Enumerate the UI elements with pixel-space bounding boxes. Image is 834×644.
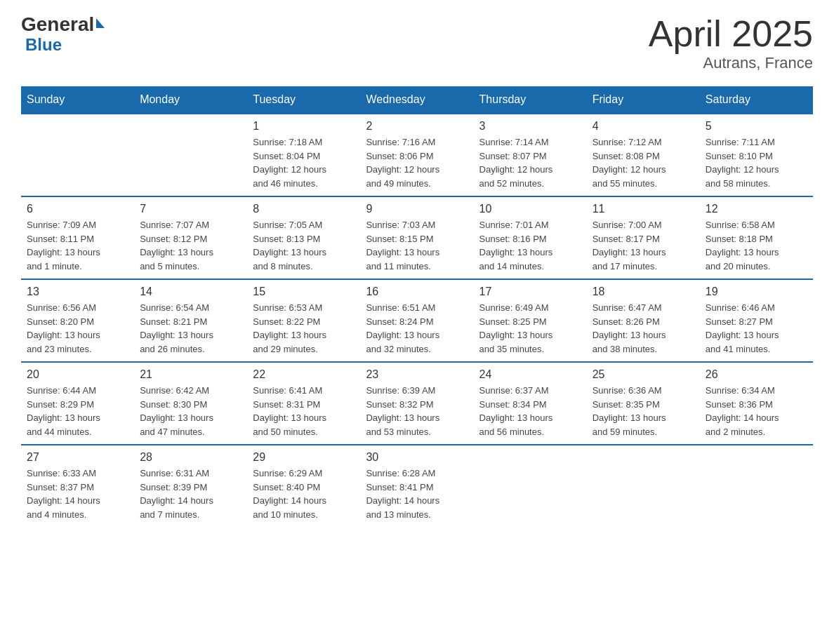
day-info: Sunrise: 6:44 AMSunset: 8:29 PMDaylight:… [27, 384, 128, 438]
table-row: 17Sunrise: 6:49 AMSunset: 8:25 PMDayligh… [474, 279, 587, 362]
calendar-week-row: 1Sunrise: 7:18 AMSunset: 8:04 PMDaylight… [21, 114, 813, 196]
table-row: 23Sunrise: 6:39 AMSunset: 8:32 PMDayligh… [360, 362, 473, 445]
day-number: 5 [706, 120, 807, 133]
header-sunday: Sunday [21, 86, 134, 114]
day-number: 6 [27, 203, 128, 215]
day-number: 17 [479, 286, 581, 298]
table-row [474, 445, 587, 527]
table-row: 10Sunrise: 7:01 AMSunset: 8:16 PMDayligh… [474, 196, 587, 279]
day-info: Sunrise: 6:53 AMSunset: 8:22 PMDaylight:… [253, 301, 355, 356]
day-number: 12 [706, 203, 807, 215]
title-block: April 2025 Autrans, France [649, 14, 813, 72]
day-info: Sunrise: 6:34 AMSunset: 8:36 PMDaylight:… [706, 384, 807, 438]
day-number: 15 [253, 286, 355, 298]
table-row: 9Sunrise: 7:03 AMSunset: 8:15 PMDaylight… [360, 196, 473, 279]
day-number: 19 [706, 286, 807, 298]
day-info: Sunrise: 6:47 AMSunset: 8:26 PMDaylight:… [593, 301, 694, 356]
day-number: 13 [27, 286, 128, 298]
table-row: 12Sunrise: 6:58 AMSunset: 8:18 PMDayligh… [700, 196, 813, 279]
day-info: Sunrise: 6:28 AMSunset: 8:41 PMDaylight:… [366, 467, 468, 521]
day-info: Sunrise: 6:36 AMSunset: 8:35 PMDaylight:… [593, 384, 694, 438]
table-row: 8Sunrise: 7:05 AMSunset: 8:13 PMDaylight… [247, 196, 360, 279]
logo-blue-text: Blue [21, 36, 105, 54]
day-info: Sunrise: 6:46 AMSunset: 8:27 PMDaylight:… [706, 301, 807, 356]
day-info: Sunrise: 6:37 AMSunset: 8:34 PMDaylight:… [479, 384, 581, 438]
calendar-week-row: 27Sunrise: 6:33 AMSunset: 8:37 PMDayligh… [21, 445, 813, 527]
header-saturday: Saturday [700, 86, 813, 114]
day-number: 18 [593, 286, 694, 298]
day-number: 26 [706, 368, 807, 381]
table-row: 22Sunrise: 6:41 AMSunset: 8:31 PMDayligh… [247, 362, 360, 445]
day-number: 4 [593, 120, 694, 133]
header-monday: Monday [134, 86, 247, 114]
day-info: Sunrise: 6:51 AMSunset: 8:24 PMDaylight:… [366, 301, 468, 356]
day-number: 20 [27, 368, 128, 381]
table-row: 26Sunrise: 6:34 AMSunset: 8:36 PMDayligh… [700, 362, 813, 445]
table-row: 21Sunrise: 6:42 AMSunset: 8:30 PMDayligh… [134, 362, 247, 445]
table-row: 28Sunrise: 6:31 AMSunset: 8:39 PMDayligh… [134, 445, 247, 527]
table-row: 30Sunrise: 6:28 AMSunset: 8:41 PMDayligh… [360, 445, 473, 527]
table-row: 7Sunrise: 7:07 AMSunset: 8:12 PMDaylight… [134, 196, 247, 279]
day-info: Sunrise: 7:00 AMSunset: 8:17 PMDaylight:… [593, 218, 694, 273]
table-row: 2Sunrise: 7:16 AMSunset: 8:06 PMDaylight… [360, 114, 473, 196]
day-number: 1 [253, 120, 355, 133]
table-row: 29Sunrise: 6:29 AMSunset: 8:40 PMDayligh… [247, 445, 360, 527]
day-info: Sunrise: 6:49 AMSunset: 8:25 PMDaylight:… [479, 301, 581, 356]
table-row: 20Sunrise: 6:44 AMSunset: 8:29 PMDayligh… [21, 362, 134, 445]
day-info: Sunrise: 7:03 AMSunset: 8:15 PMDaylight:… [366, 218, 468, 273]
page-title: April 2025 [649, 14, 813, 54]
table-row [21, 114, 134, 196]
calendar-week-row: 6Sunrise: 7:09 AMSunset: 8:11 PMDaylight… [21, 196, 813, 279]
table-row: 13Sunrise: 6:56 AMSunset: 8:20 PMDayligh… [21, 279, 134, 362]
table-row [700, 445, 813, 527]
table-row: 6Sunrise: 7:09 AMSunset: 8:11 PMDaylight… [21, 196, 134, 279]
table-row: 16Sunrise: 6:51 AMSunset: 8:24 PMDayligh… [360, 279, 473, 362]
day-info: Sunrise: 6:58 AMSunset: 8:18 PMDaylight:… [706, 218, 807, 273]
table-row [134, 114, 247, 196]
day-info: Sunrise: 6:31 AMSunset: 8:39 PMDaylight:… [140, 467, 241, 521]
calendar-table: Sunday Monday Tuesday Wednesday Thursday… [21, 86, 813, 527]
day-number: 3 [479, 120, 581, 133]
day-number: 7 [140, 203, 241, 215]
day-info: Sunrise: 7:14 AMSunset: 8:07 PMDaylight:… [479, 135, 581, 190]
table-row: 4Sunrise: 7:12 AMSunset: 8:08 PMDaylight… [587, 114, 700, 196]
header-friday: Friday [587, 86, 700, 114]
header-tuesday: Tuesday [247, 86, 360, 114]
table-row: 27Sunrise: 6:33 AMSunset: 8:37 PMDayligh… [21, 445, 134, 527]
day-info: Sunrise: 6:41 AMSunset: 8:31 PMDaylight:… [253, 384, 355, 438]
day-number: 25 [593, 368, 694, 381]
calendar-week-row: 13Sunrise: 6:56 AMSunset: 8:20 PMDayligh… [21, 279, 813, 362]
day-info: Sunrise: 7:16 AMSunset: 8:06 PMDaylight:… [366, 135, 468, 190]
page-header: General Blue April 2025 Autrans, France [21, 14, 813, 72]
day-info: Sunrise: 7:11 AMSunset: 8:10 PMDaylight:… [706, 135, 807, 190]
day-info: Sunrise: 6:42 AMSunset: 8:30 PMDaylight:… [140, 384, 241, 438]
logo-arrow-icon [96, 18, 105, 28]
table-row: 24Sunrise: 6:37 AMSunset: 8:34 PMDayligh… [474, 362, 587, 445]
day-info: Sunrise: 6:29 AMSunset: 8:40 PMDaylight:… [253, 467, 355, 521]
logo-general-text: General [21, 14, 94, 36]
day-number: 27 [27, 451, 128, 464]
page-subtitle: Autrans, France [649, 54, 813, 72]
day-info: Sunrise: 6:39 AMSunset: 8:32 PMDaylight:… [366, 384, 468, 438]
day-number: 23 [366, 368, 468, 381]
day-info: Sunrise: 7:01 AMSunset: 8:16 PMDaylight:… [479, 218, 581, 273]
day-info: Sunrise: 6:33 AMSunset: 8:37 PMDaylight:… [27, 467, 128, 521]
day-info: Sunrise: 6:54 AMSunset: 8:21 PMDaylight:… [140, 301, 241, 356]
calendar-header-row: Sunday Monday Tuesday Wednesday Thursday… [21, 86, 813, 114]
table-row: 19Sunrise: 6:46 AMSunset: 8:27 PMDayligh… [700, 279, 813, 362]
day-number: 2 [366, 120, 468, 133]
calendar-week-row: 20Sunrise: 6:44 AMSunset: 8:29 PMDayligh… [21, 362, 813, 445]
day-info: Sunrise: 7:12 AMSunset: 8:08 PMDaylight:… [593, 135, 694, 190]
day-number: 24 [479, 368, 581, 381]
day-number: 11 [593, 203, 694, 215]
day-info: Sunrise: 7:09 AMSunset: 8:11 PMDaylight:… [27, 218, 128, 273]
day-number: 9 [366, 203, 468, 215]
day-number: 14 [140, 286, 241, 298]
day-info: Sunrise: 7:18 AMSunset: 8:04 PMDaylight:… [253, 135, 355, 190]
day-number: 28 [140, 451, 241, 464]
header-thursday: Thursday [474, 86, 587, 114]
day-number: 8 [253, 203, 355, 215]
day-number: 30 [366, 451, 468, 464]
table-row: 11Sunrise: 7:00 AMSunset: 8:17 PMDayligh… [587, 196, 700, 279]
table-row: 25Sunrise: 6:36 AMSunset: 8:35 PMDayligh… [587, 362, 700, 445]
